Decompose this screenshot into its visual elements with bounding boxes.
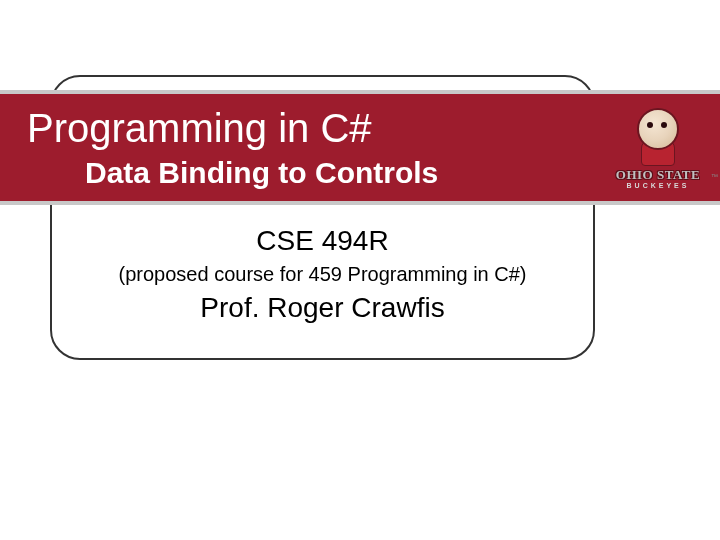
course-description: (proposed course for 459 Programming in …: [50, 263, 595, 286]
professor-name: Prof. Roger Crawfis: [50, 292, 595, 324]
logo-text-buckeyes: BUCKEYES: [627, 182, 690, 189]
slide-subtitle: Data Binding to Controls: [85, 156, 438, 190]
ohio-state-logo: OHIO STATE BUCKEYES ™: [604, 94, 712, 202]
logo-text-ohio-state: OHIO STATE: [616, 168, 700, 181]
slide-title: Programming in C#: [27, 106, 372, 151]
brutus-mascot-icon: [629, 108, 687, 166]
trademark-symbol: ™: [711, 173, 718, 180]
course-code: CSE 494R: [50, 225, 595, 257]
course-info-block: CSE 494R (proposed course for 459 Progra…: [50, 225, 595, 324]
